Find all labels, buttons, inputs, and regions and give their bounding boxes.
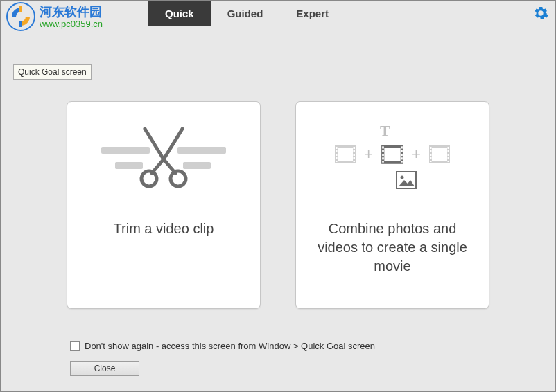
svg-rect-40	[430, 157, 432, 159]
tab-quick[interactable]: Quick	[148, 1, 211, 26]
card-trim-title: Trim a video clip	[94, 220, 234, 238]
svg-rect-33	[401, 157, 403, 159]
svg-line-4	[164, 129, 182, 159]
svg-rect-13	[336, 147, 338, 149]
close-button[interactable]: Close	[70, 361, 139, 376]
svg-point-7	[141, 171, 157, 186]
svg-rect-44	[447, 154, 449, 156]
svg-rect-38	[430, 150, 432, 152]
svg-rect-20	[354, 154, 356, 156]
svg-rect-12	[338, 148, 353, 161]
svg-text:T: T	[380, 123, 390, 139]
svg-rect-31	[401, 150, 403, 152]
svg-rect-36	[432, 148, 447, 161]
svg-rect-14	[336, 150, 338, 152]
svg-rect-26	[382, 150, 384, 152]
top-bar: 河东软件园 www.pc0359.cn Quick Guided Expert	[1, 1, 555, 26]
svg-rect-21	[354, 157, 356, 159]
plus-icon: +	[412, 145, 421, 163]
tooltip: Quick Goal screen	[13, 64, 92, 80]
svg-rect-18	[354, 147, 356, 149]
mode-tabs: Quick Guided Expert	[148, 1, 345, 26]
filmstrip-light-icon	[333, 143, 357, 166]
trim-icon	[67, 102, 260, 220]
settings-button[interactable]	[533, 6, 548, 21]
filmstrip-dark-icon	[380, 142, 405, 167]
content-area: Quick Goal screen	[1, 26, 555, 391]
svg-rect-41	[430, 161, 432, 162]
svg-rect-46	[447, 161, 449, 162]
image-icon	[396, 171, 417, 189]
svg-rect-34	[401, 161, 403, 163]
svg-rect-42	[447, 147, 449, 149]
svg-rect-30	[401, 146, 403, 148]
dont-show-label: Don't show again - access this screen fr…	[85, 341, 375, 351]
filmstrip-light-icon	[428, 143, 451, 166]
svg-rect-15	[336, 154, 338, 156]
svg-rect-45	[447, 157, 449, 159]
svg-rect-22	[354, 161, 356, 162]
card-combine-media[interactable]: T +	[295, 101, 489, 309]
dont-show-checkbox[interactable]	[70, 341, 80, 351]
svg-rect-16	[336, 157, 338, 159]
combine-icon: T +	[296, 102, 489, 220]
watermark-title: 河东软件园	[40, 6, 103, 18]
svg-rect-25	[382, 146, 384, 148]
svg-rect-27	[382, 154, 384, 156]
svg-rect-1	[19, 6, 22, 12]
tab-expert[interactable]: Expert	[279, 1, 345, 26]
card-trim-video[interactable]: Trim a video clip	[67, 101, 261, 309]
dont-show-row: Don't show again - access this screen fr…	[70, 341, 375, 351]
footer: Don't show again - access this screen fr…	[70, 341, 375, 376]
svg-rect-17	[336, 161, 338, 162]
svg-point-8	[171, 171, 186, 186]
svg-rect-29	[382, 161, 384, 163]
svg-rect-24	[384, 148, 400, 161]
svg-rect-37	[430, 147, 432, 149]
svg-rect-32	[401, 154, 403, 156]
goal-cards: Trim a video clip T	[13, 101, 543, 309]
card-combine-title: Combine photos and videos to create a si…	[296, 220, 489, 276]
svg-point-48	[401, 176, 404, 179]
svg-point-9	[162, 157, 166, 162]
tab-guided[interactable]: Guided	[211, 1, 280, 26]
svg-rect-39	[430, 154, 432, 156]
svg-rect-19	[354, 150, 356, 152]
svg-rect-28	[382, 157, 384, 159]
svg-rect-43	[447, 150, 449, 152]
svg-line-3	[145, 129, 164, 159]
plus-icon: +	[364, 145, 373, 163]
